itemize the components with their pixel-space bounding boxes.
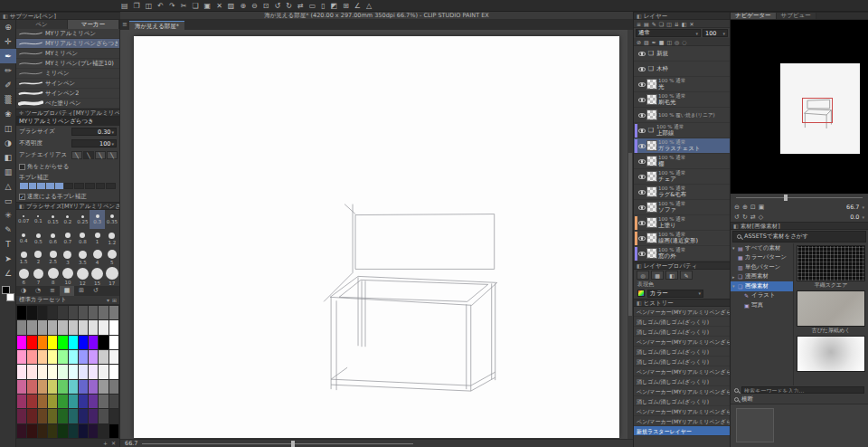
nav-rotate-left-icon[interactable]: ↺ [734,214,740,221]
save-file-icon[interactable]: ◫ [146,0,153,12]
stabilize-segment[interactable] [55,183,63,189]
color-swatch[interactable] [99,380,108,394]
merge-down-icon[interactable]: ⇊ [675,20,679,28]
color-swatch[interactable] [17,409,26,423]
color-swatch[interactable] [99,365,108,378]
subtool-brush-item[interactable]: MYリアルミリペンざらつき [16,39,119,49]
layer-visibility-icon[interactable] [638,52,646,56]
zoom-tool-icon[interactable]: ⊕ [0,20,16,34]
material-tree-item[interactable]: ▣ 写真 [731,300,793,310]
color-swatch[interactable] [27,424,36,438]
color-swatch[interactable] [27,365,36,378]
chevron-down-icon[interactable]: ▾ [862,204,864,210]
brush-size-option[interactable]: 10 [61,267,75,286]
color-swatch[interactable] [58,336,67,349]
foreground-color-chip[interactable] [2,286,10,294]
layer-row[interactable]: ❏ 100 % 通常 棚 [634,154,730,169]
scrollbar-thumb[interactable] [628,153,632,317]
stabilize-segment[interactable] [64,183,74,189]
color-swatch[interactable] [79,380,88,394]
layer-row[interactable]: ❏ 100 % 通常 ソファ [634,200,730,215]
history-item[interactable]: ペン/マーカー(MYリアルミリペンざらつき) [634,337,730,347]
layer-visibility-icon[interactable] [638,205,646,210]
layer-visibility-icon[interactable] [638,190,646,195]
color-swatch[interactable] [89,365,98,378]
color-swatch[interactable] [79,336,88,349]
zoom-slider-handle[interactable] [291,441,295,447]
color-swatch[interactable] [27,336,36,349]
two-pane-view-icon[interactable]: ◫ [666,38,672,46]
subtool-brush-item[interactable]: MYリアルミリペン [16,29,119,39]
color-swatch[interactable] [69,395,78,408]
zoom-in-icon[interactable]: ⊕ [240,0,246,12]
color-swatch[interactable] [99,306,108,319]
color-swatch[interactable] [38,395,47,408]
color-swatch[interactable] [58,424,67,438]
stabilize-segment[interactable] [46,183,54,189]
history-item[interactable]: ペン/マーカー(MYリアルミリペンざらつき) [634,366,730,376]
chevron-down-icon[interactable]: ▾ [862,214,864,220]
color-swatch[interactable] [79,306,88,319]
layer-thumbnail[interactable] [646,140,657,151]
color-swatch[interactable] [99,409,108,423]
layer-thumbnail[interactable] [646,217,657,228]
history-item[interactable]: 消しゴム/消しゴム(ざっくり) [634,396,730,406]
flip-horizontal-icon[interactable]: ⇄ [297,0,304,12]
show-grid-icon[interactable]: ⊞ [343,0,349,12]
color-swatch[interactable] [99,395,108,408]
brush-size-option[interactable]: 5 [105,248,119,267]
brush-size-option[interactable]: 4 [90,248,104,267]
subtool-group-tab[interactable]: ペン [16,20,68,29]
material-tree-item[interactable]: ✎ イラスト [731,291,793,301]
nav-zoom-out-icon[interactable]: ⊖ [734,204,740,211]
subtool-brush-item[interactable]: ミリペン [16,69,119,79]
color-set-icon[interactable]: ▦ [60,286,74,296]
layer-row[interactable]: ❏ 100 % 通常 ラグ&毛布 [634,185,730,200]
nav-actual-size-icon[interactable]: ▣ [759,204,765,211]
brush-size-option[interactable]: 12 [75,267,90,286]
color-swatch[interactable] [58,320,67,334]
stabilize-segment[interactable] [37,183,45,189]
brush-size-option[interactable]: 3 [61,248,75,267]
nav-flip-icon[interactable]: ⇄ [750,214,756,221]
material-tree-item[interactable]: ▥ 単色パターン [731,262,793,272]
color-swatch[interactable] [89,336,98,349]
spinner-icon[interactable]: ▾ [111,129,114,135]
navigator-zoom-slider[interactable] [736,197,863,198]
navigator-preview[interactable] [731,20,868,194]
color-swatch[interactable] [17,424,26,438]
redo-icon[interactable]: ↷ [169,0,175,12]
colorset-dropdown-icon[interactable]: ▾ [107,297,109,303]
onion-skin-icon[interactable]: ◎ [675,38,679,46]
color-swatch[interactable] [48,365,57,378]
brush-size-option[interactable]: 0.8 [75,229,90,248]
navigator-view-rect[interactable] [802,98,832,123]
layer-thumbnail[interactable] [646,233,657,243]
color-wheel-icon[interactable]: ◑ [16,286,31,296]
color-swatch[interactable] [38,380,47,394]
layer-visibility-icon[interactable] [638,98,646,102]
stabilize-segment[interactable] [96,183,106,189]
brush-size-option[interactable]: 1.5 [16,248,31,267]
object-tool-icon[interactable]: ➤ [0,252,16,266]
brush-size-option[interactable]: 3.5 [75,248,90,267]
rotate-left-icon[interactable]: ↺ [275,0,281,12]
auto-select-tool-icon[interactable]: ✳ [0,208,16,223]
nav-fit-icon[interactable]: ⊡ [750,204,756,211]
color-swatch[interactable] [27,380,36,394]
history-item[interactable]: ペン/マーカー(MYリアルミリペンざらつき) [634,406,730,416]
canvas-tab[interactable]: 海が見える部屋* [129,21,184,30]
color-swatch[interactable] [27,306,36,319]
brush-size-option[interactable]: 0.25 [75,210,90,229]
fill-tool-icon[interactable]: ◧ [0,150,16,165]
decoration-tool-icon[interactable]: ❀ [0,107,16,121]
history-item[interactable]: ペン/マーカー(MYリアルミリペンざらつき) [634,307,730,317]
fit-screen-icon[interactable]: ⊡ [263,0,269,12]
color-swatch[interactable] [89,306,98,319]
color-slider-icon[interactable]: ≡ [45,286,60,296]
subtool-brush-item[interactable]: サインペン2 [16,89,119,99]
color-swatch[interactable] [17,395,26,408]
new-canvas-icon[interactable]: ▤ [121,0,128,12]
tab-list-icon[interactable]: ≡ [122,20,127,30]
copy-icon[interactable]: ❏ [192,0,198,12]
